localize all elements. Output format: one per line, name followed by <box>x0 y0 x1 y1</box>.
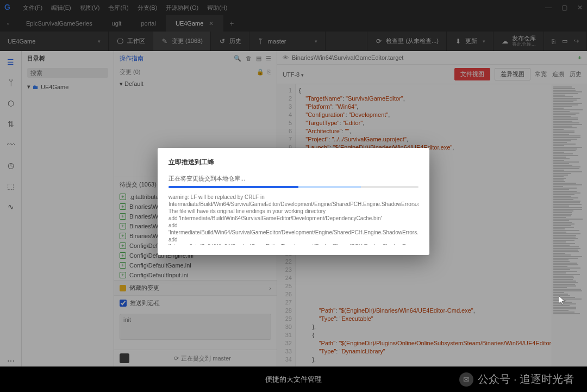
modal-title: 立即推送到工蜂 <box>168 158 419 167</box>
progress-bar <box>168 186 419 188</box>
modal-backdrop: 立即推送到工蜂 正在将变更提交到本地仓库... warning: LF will… <box>0 0 587 392</box>
push-modal: 立即推送到工蜂 正在将变更提交到本地仓库... warning: LF will… <box>158 148 429 255</box>
modal-subtitle: 正在将变更提交到本地仓库... <box>168 175 419 183</box>
modal-log: warning: LF will be replaced by CRLF in … <box>168 194 419 245</box>
